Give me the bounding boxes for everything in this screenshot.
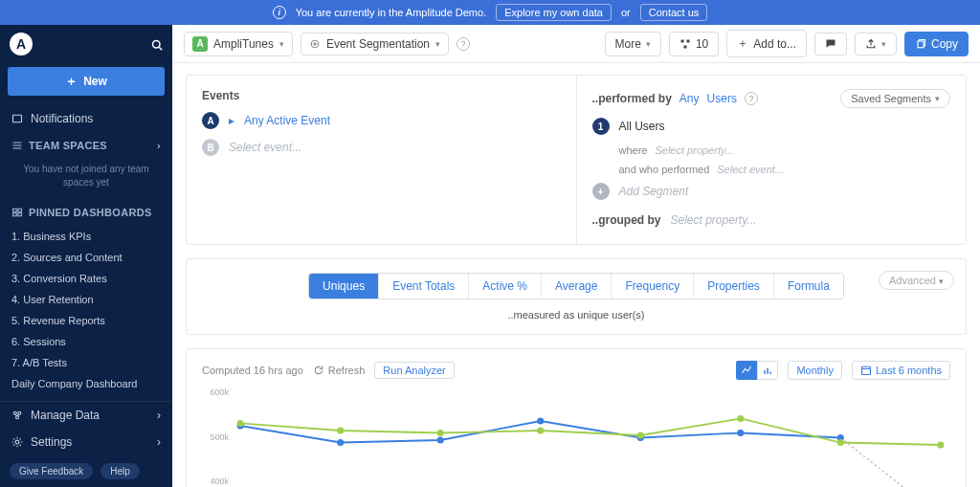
y-axis-labels: 600k500k400k300k (202, 387, 229, 487)
svg-rect-23 (768, 368, 769, 374)
event-a-row[interactable]: A ▸ Any Active Event (202, 112, 561, 129)
svg-point-0 (153, 40, 161, 48)
chevron-down-icon: ▾ (935, 94, 940, 103)
svg-point-30 (537, 418, 544, 425)
contact-button[interactable]: Contact us (640, 4, 708, 21)
pinned-item[interactable]: 5. Revenue Reports (0, 310, 172, 331)
metrics-panel: UniquesEvent TotalsActive %AverageFreque… (186, 258, 967, 335)
new-label: New (83, 75, 107, 88)
segment-1[interactable]: 1 All Users (592, 118, 951, 135)
svg-point-37 (437, 430, 444, 436)
svg-point-29 (437, 437, 444, 444)
grouped-by-row[interactable]: ..grouped by Select property... (592, 213, 951, 227)
pinned-item[interactable]: 4. User Retention (0, 289, 172, 310)
event-b-badge: B (202, 139, 219, 156)
any-link[interactable]: Any (679, 92, 700, 105)
share-button[interactable]: ▾ (855, 33, 897, 55)
pinned-item[interactable]: 6. Sessions (0, 331, 172, 352)
svg-point-11 (18, 411, 21, 414)
chart-view-toggle[interactable] (736, 361, 778, 380)
refresh-button[interactable]: Refresh (313, 365, 366, 376)
logo[interactable]: A (10, 33, 33, 55)
events-column: Events A ▸ Any Active Event B Select eve… (187, 76, 576, 244)
line-chart (231, 387, 950, 487)
svg-rect-22 (765, 370, 767, 374)
info-icon: i (273, 6, 286, 19)
search-icon[interactable] (151, 37, 163, 51)
chevron-right-icon: › (157, 140, 161, 151)
pinned-item[interactable]: 1. Business KPIs (0, 226, 172, 247)
more-button[interactable]: More▾ (605, 32, 661, 56)
svg-point-35 (237, 420, 244, 427)
interval-button[interactable]: Monthly (788, 361, 842, 380)
new-button[interactable]: ＋ New (8, 67, 165, 96)
svg-rect-8 (13, 213, 17, 216)
svg-point-41 (837, 439, 844, 446)
teamspaces-header[interactable]: TEAM SPACES › (0, 132, 172, 159)
svg-line-14 (17, 414, 19, 416)
plus-icon: + (592, 183, 610, 200)
svg-rect-25 (861, 366, 870, 374)
chevron-right-icon: › (157, 409, 161, 422)
svg-point-42 (937, 442, 944, 449)
segment-1-label: All Users (619, 120, 665, 133)
help-icon[interactable]: ? (745, 92, 758, 105)
main: A AmpliTunes ▾ Event Segmentation ▾ ? Mo… (172, 25, 980, 487)
advanced-button[interactable]: Advanced ▾ (879, 271, 954, 290)
event-b-row[interactable]: B Select event... (202, 139, 561, 156)
metric-tab[interactable]: Active % (469, 274, 542, 299)
svg-point-16 (311, 40, 319, 48)
sidebar-item-notifications[interactable]: Notifications (0, 105, 172, 132)
chevron-down-icon: ▾ (646, 39, 651, 49)
comment-button[interactable] (814, 33, 847, 55)
sidebar-item-manage-data[interactable]: Manage Data › (0, 402, 172, 429)
chart-type-selector[interactable]: Event Segmentation ▾ (301, 33, 449, 55)
metric-tab[interactable]: Average (542, 274, 612, 299)
metric-tab[interactable]: Uniques (309, 274, 379, 299)
plus-icon: ＋ (65, 73, 78, 90)
notifications-label: Notifications (31, 112, 93, 125)
date-range-button[interactable]: Last 6 months (852, 361, 950, 380)
sidebar-item-settings[interactable]: Settings › (0, 429, 172, 455)
add-to-button[interactable]: ＋ Add to... (726, 30, 807, 57)
pinned-item[interactable]: 7. A/B Tests (0, 352, 172, 373)
help-icon[interactable]: ? (457, 37, 470, 51)
saved-segments-button[interactable]: Saved Segments▾ (840, 89, 950, 108)
sidebar: A ＋ New Notifications TEAM SPACES › You … (0, 25, 172, 487)
demo-banner: i You are currently in the Amplitude Dem… (0, 0, 980, 25)
svg-rect-9 (18, 213, 22, 216)
pinned-item[interactable]: 3. Conversion Rates (0, 268, 172, 289)
svg-point-12 (16, 416, 19, 419)
metric-tab[interactable]: Frequency (612, 274, 694, 299)
copy-button[interactable]: Copy (904, 32, 969, 56)
event-a-label[interactable]: Any Active Event (244, 114, 330, 127)
chevron-down-icon: ▾ (939, 277, 944, 286)
pinned-item[interactable]: Daily Company Dashboard (0, 373, 172, 394)
feedback-button[interactable]: Give Feedback (10, 463, 93, 479)
where-row[interactable]: whereSelect property... (619, 144, 951, 156)
project-name: AmpliTunes (213, 37, 274, 51)
chart-area: 600k500k400k300k (231, 387, 950, 487)
count-button[interactable]: 10 (669, 32, 719, 56)
run-analyzer-button[interactable]: Run Analyzer (374, 362, 454, 379)
svg-rect-7 (18, 209, 22, 211)
bar-chart-icon[interactable] (757, 361, 778, 380)
query-panel: Events A ▸ Any Active Event B Select eve… (186, 75, 967, 245)
pinned-header[interactable]: PINNED DASHBOARDS (0, 199, 172, 226)
users-link[interactable]: Users (707, 92, 737, 105)
banner-or: or (621, 7, 631, 18)
metric-tab[interactable]: Properties (694, 274, 774, 299)
help-button[interactable]: Help (100, 463, 140, 479)
metric-tab[interactable]: Formula (774, 274, 843, 299)
who-performed-row[interactable]: and who performedSelect event... (619, 164, 951, 175)
event-b-placeholder[interactable]: Select event... (229, 141, 301, 154)
pinned-item[interactable]: 2. Sources and Content (0, 247, 172, 268)
project-selector[interactable]: A AmpliTunes ▾ (184, 32, 293, 56)
metric-tab[interactable]: Event Totals (379, 274, 469, 299)
add-segment-row[interactable]: + Add Segment (592, 183, 951, 200)
svg-point-28 (337, 439, 344, 446)
line-chart-icon[interactable] (736, 361, 757, 380)
svg-point-32 (737, 430, 744, 436)
svg-point-17 (314, 42, 316, 44)
explore-button[interactable]: Explore my own data (496, 4, 612, 21)
